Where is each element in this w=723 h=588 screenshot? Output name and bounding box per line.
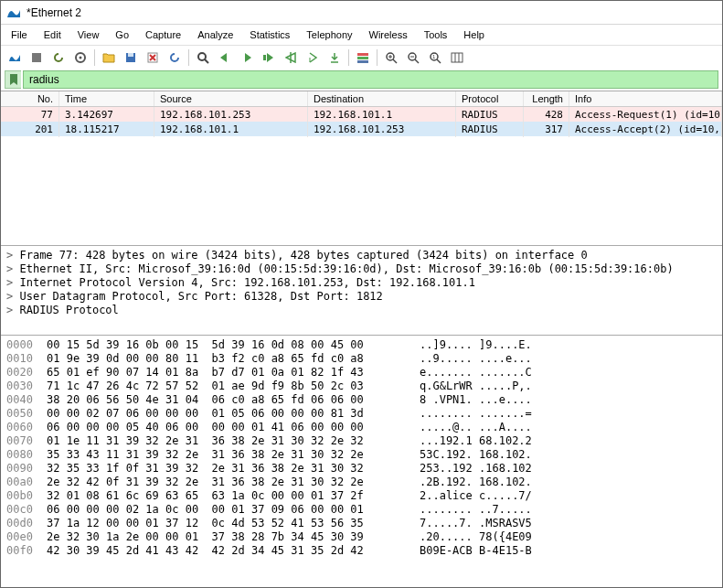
save-file-icon[interactable] — [121, 48, 141, 68]
hex-row[interactable]: 006006 00 00 00 05 40 06 00 00 00 01 41 … — [6, 421, 717, 434]
packet-row[interactable]: 201 18.115217 192.168.101.1 192.168.101.… — [1, 122, 722, 136]
hex-row[interactable]: 00a02e 32 42 0f 31 39 32 2e 31 36 38 2e … — [6, 476, 717, 489]
menu-help[interactable]: Help — [456, 27, 492, 42]
open-file-icon[interactable] — [99, 48, 119, 68]
zoom-reset-icon[interactable]: 1 — [425, 48, 445, 68]
details-line[interactable]: User Datagram Protocol, Src Port: 61328,… — [6, 290, 717, 304]
auto-scroll-icon[interactable] — [324, 48, 345, 68]
go-first-icon[interactable] — [281, 48, 301, 68]
details-line[interactable]: RADIUS Protocol — [6, 304, 717, 317]
column-header-time[interactable]: Time — [59, 91, 154, 106]
hex-bytes: 37 1a 12 00 00 01 37 12 0c 4d 53 52 41 5… — [47, 517, 420, 530]
menu-capture[interactable]: Capture — [138, 27, 188, 42]
close-file-icon[interactable] — [143, 48, 163, 68]
toolbar-separator — [377, 49, 377, 66]
hex-row[interactable]: 008035 33 43 11 31 39 32 2e 31 36 38 2e … — [6, 448, 717, 462]
hex-row[interactable]: 002065 01 ef 90 07 14 01 8a b7 d7 01 0a … — [6, 366, 717, 380]
hex-row[interactable]: 00c006 00 00 00 02 1a 0c 00 00 01 37 09 … — [6, 503, 717, 517]
hex-row[interactable]: 00b032 01 08 61 6c 69 63 65 63 1a 0c 00 … — [6, 489, 717, 503]
hex-row[interactable]: 00d037 1a 12 00 00 01 37 12 0c 4d 53 52 … — [6, 517, 717, 530]
hex-row[interactable]: 000000 15 5d 39 16 0b 00 15 5d 39 16 0d … — [6, 338, 717, 352]
packet-list-body[interactable]: 77 3.142697 192.168.101.253 192.168.101.… — [1, 107, 722, 245]
packet-bytes-pane[interactable]: 000000 15 5d 39 16 0b 00 15 5d 39 16 0d … — [1, 336, 722, 587]
svg-rect-8 — [263, 55, 266, 60]
hex-row[interactable]: 001001 9e 39 0d 00 00 80 11 b3 f2 c0 a8 … — [6, 352, 717, 366]
column-header-info[interactable]: Info — [569, 91, 722, 106]
hex-offset: 0070 — [6, 434, 47, 448]
svg-rect-20 — [452, 53, 463, 62]
hex-ascii: .20..... 78({4E09 — [420, 530, 532, 544]
hex-bytes: 00 00 02 07 06 00 00 00 01 05 06 00 00 0… — [47, 407, 420, 421]
hex-bytes: 71 1c 47 26 4c 72 57 52 01 ae 9d f9 8b 5… — [47, 380, 420, 393]
menu-statistics[interactable]: Statistics — [242, 27, 297, 42]
go-to-packet-icon[interactable] — [259, 48, 279, 68]
hex-bytes: 06 00 00 00 05 40 06 00 00 00 01 41 06 0… — [47, 421, 420, 434]
capture-options-icon[interactable] — [70, 48, 90, 68]
menu-analyze[interactable]: Analyze — [190, 27, 240, 42]
hex-ascii: .....@.. ...A.... — [420, 421, 532, 434]
filter-bookmark-icon[interactable] — [5, 70, 21, 89]
svg-line-18 — [437, 59, 441, 63]
hex-offset: 0010 — [6, 352, 47, 366]
column-header-source[interactable]: Source — [154, 91, 308, 106]
cell-proto: RADIUS — [456, 122, 524, 137]
menu-file[interactable]: File — [4, 27, 35, 42]
hex-ascii: 7.....7. .MSRASV5 — [420, 517, 532, 530]
toolbar-separator — [188, 49, 189, 66]
cell-src: 192.168.101.1 — [154, 122, 308, 137]
reload-file-icon[interactable] — [165, 48, 185, 68]
svg-rect-11 — [357, 57, 368, 59]
column-header-length[interactable]: Length — [524, 91, 569, 106]
svg-line-14 — [393, 59, 397, 63]
column-header-no[interactable]: No. — [1, 91, 59, 106]
stop-capture-icon[interactable] — [27, 48, 47, 68]
start-capture-icon[interactable] — [5, 48, 25, 68]
details-line[interactable]: Frame 77: 428 bytes on wire (3424 bits),… — [6, 249, 717, 262]
menu-tools[interactable]: Tools — [417, 27, 455, 42]
zoom-out-icon[interactable] — [403, 48, 423, 68]
hex-ascii: 53C.192. 168.102. — [420, 448, 532, 462]
hex-row[interactable]: 00f042 30 39 45 2d 41 43 42 42 2d 34 45 … — [6, 544, 717, 558]
cell-len: 317 — [524, 122, 569, 137]
menu-go[interactable]: Go — [108, 27, 136, 42]
cell-proto: RADIUS — [456, 107, 524, 123]
column-header-destination[interactable]: Destination — [308, 91, 456, 106]
main-toolbar: 1 — [1, 45, 722, 69]
menu-wireless[interactable]: Wireless — [362, 27, 415, 42]
resize-columns-icon[interactable] — [447, 48, 467, 68]
svg-rect-0 — [32, 53, 41, 62]
hex-bytes: 38 20 06 56 50 4e 31 04 06 c0 a8 65 fd 0… — [47, 393, 420, 407]
hex-offset: 00c0 — [6, 503, 47, 517]
menu-edit[interactable]: Edit — [37, 27, 69, 42]
hex-row[interactable]: 00e02e 32 30 1a 2e 00 00 01 37 38 28 7b … — [6, 530, 717, 544]
cell-dst: 192.168.101.1 — [308, 107, 456, 123]
go-last-icon[interactable] — [303, 48, 323, 68]
cell-dst: 192.168.101.253 — [308, 122, 456, 137]
go-forward-icon[interactable] — [237, 48, 257, 68]
hex-offset: 0080 — [6, 448, 47, 462]
hex-ascii: q.G&LrWR .....P,. — [420, 380, 532, 393]
restart-capture-icon[interactable] — [48, 48, 69, 68]
zoom-in-icon[interactable] — [381, 48, 401, 68]
hex-row[interactable]: 007001 1e 11 31 39 32 2e 31 36 38 2e 31 … — [6, 434, 717, 448]
hex-row[interactable]: 005000 00 02 07 06 00 00 00 01 05 06 00 … — [6, 407, 717, 421]
details-line[interactable]: Internet Protocol Version 4, Src: 192.16… — [6, 276, 717, 290]
colorize-icon[interactable] — [353, 48, 373, 68]
hex-ascii: 8 .VPN1. ...e.... — [420, 393, 532, 407]
display-filter-input[interactable] — [23, 70, 718, 89]
hex-bytes: 32 01 08 61 6c 69 63 65 63 1a 0c 00 00 0… — [47, 489, 420, 503]
find-packet-icon[interactable] — [193, 48, 213, 68]
packet-details-pane[interactable]: Frame 77: 428 bytes on wire (3424 bits),… — [1, 246, 722, 336]
column-header-protocol[interactable]: Protocol — [456, 91, 524, 106]
packet-row[interactable]: 77 3.142697 192.168.101.253 192.168.101.… — [1, 107, 722, 122]
go-back-icon[interactable] — [215, 48, 235, 68]
hex-row[interactable]: 004038 20 06 56 50 4e 31 04 06 c0 a8 65 … — [6, 393, 717, 407]
hex-row[interactable]: 009032 35 33 1f 0f 31 39 32 2e 31 36 38 … — [6, 462, 717, 476]
menu-view[interactable]: View — [70, 27, 107, 42]
svg-text:1: 1 — [432, 54, 436, 59]
menu-telephony[interactable]: Telephony — [299, 27, 359, 42]
details-line[interactable]: Ethernet II, Src: Microsof_39:16:0d (00:… — [6, 262, 717, 276]
cell-no: 201 — [1, 122, 59, 137]
hex-bytes: 65 01 ef 90 07 14 01 8a b7 d7 01 0a 01 8… — [47, 366, 420, 380]
hex-row[interactable]: 003071 1c 47 26 4c 72 57 52 01 ae 9d f9 … — [6, 380, 717, 393]
